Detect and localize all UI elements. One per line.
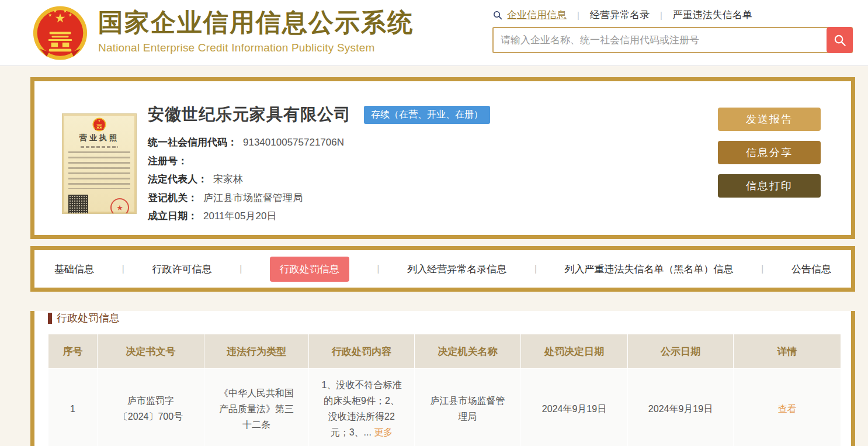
tab-divider: | — [761, 263, 763, 275]
app-header: 国家企业信用信息公示系统 National Enterprise Credit … — [0, 0, 868, 66]
field-value: 宋家林 — [213, 172, 243, 186]
tab-divider: | — [121, 263, 124, 275]
field-label: 注册号： — [148, 154, 188, 168]
field-legal-representative: 法定代表人： 宋家林 — [148, 170, 490, 189]
print-info-button[interactable]: 信息打印 — [718, 174, 821, 198]
license-title: 营业执照 — [68, 133, 130, 143]
col-seq: 序号 — [48, 334, 97, 368]
link-serious-violation-list[interactable]: 严重违法失信名单 — [673, 8, 752, 22]
quick-links: 企业信用信息 | 经营异常名录 | 严重违法失信名单 — [492, 8, 853, 22]
section-header: 行政处罚信息 — [48, 311, 851, 325]
col-detail: 详情 — [734, 334, 841, 368]
field-credit-code: 统一社会信用代码： 91340100575721706N — [148, 133, 490, 152]
penalty-table: 序号 决定书文号 违法行为类型 行政处罚内容 决定机关名称 处罚决定日期 公示日… — [48, 334, 841, 446]
cell-publish-date: 2024年9月19日 — [628, 369, 733, 446]
license-text-lines — [68, 151, 130, 189]
site-title-cn: 国家企业信用信息公示系统 — [98, 6, 414, 40]
field-label: 成立日期： — [148, 209, 197, 223]
tab-administrative-penalty[interactable]: 行政处罚信息 — [270, 257, 349, 282]
field-label: 法定代表人： — [148, 172, 207, 186]
col-violation-type: 违法行为类型 — [204, 334, 308, 368]
field-label: 统一社会信用代码： — [148, 136, 237, 149]
table-header-row: 序号 决定书文号 违法行为类型 行政处罚内容 决定机关名称 处罚决定日期 公示日… — [48, 334, 841, 368]
national-emblem-icon — [92, 117, 106, 132]
more-link[interactable]: 更多 — [374, 427, 393, 437]
search-icon — [492, 10, 503, 20]
cell-doc-no: 庐市监罚字〔2024〕700号 — [98, 369, 204, 446]
company-info: 安徽世纪乐元家具有限公司 存续（在营、开业、在册） 统一社会信用代码： 9134… — [148, 103, 490, 226]
link-abnormal-operations-directory[interactable]: 经营异常名录 — [590, 8, 650, 22]
tab-abnormal-operations[interactable]: 列入经营异常名录信息 — [407, 262, 506, 276]
section-title: 行政处罚信息 — [57, 311, 120, 325]
send-report-button[interactable]: 发送报告 — [718, 108, 821, 131]
field-label: 登记机关： — [148, 191, 197, 205]
search-box — [492, 27, 853, 53]
tab-administrative-license[interactable]: 行政许可信息 — [152, 262, 211, 276]
col-authority: 决定机关名称 — [415, 334, 520, 368]
action-buttons: 发送报告 信息分享 信息打印 — [718, 108, 821, 198]
header-search-area: 企业信用信息 | 经营异常名录 | 严重违法失信名单 — [492, 8, 853, 53]
tab-divider: | — [239, 263, 242, 275]
tab-announcements[interactable]: 公告信息 — [791, 262, 831, 276]
site-titles: 国家企业信用信息公示系统 National Enterprise Credit … — [98, 6, 414, 54]
penalty-content-card: 行政处罚信息 序号 决定书文号 违法行为类型 行政处罚内容 决定机关名称 处罚决… — [30, 311, 855, 446]
company-name: 安徽世纪乐元家具有限公司 — [148, 103, 351, 126]
tab-serious-violation-blacklist[interactable]: 列入严重违法失信名单（黑名单）信息 — [565, 262, 734, 276]
license-bottom: ★ — [68, 191, 130, 214]
field-value: 2011年05月20日 — [203, 209, 276, 223]
field-registration-authority: 登记机关： 庐江县市场监督管理局 — [148, 189, 490, 208]
site-title-en: National Enterprise Credit Information P… — [98, 42, 414, 54]
col-publish-date: 公示日期 — [628, 334, 733, 368]
field-value: 庐江县市场监督管理局 — [203, 191, 303, 205]
company-summary-card: 营业执照 ★ 安徽世纪乐元家具有限公司 存续（在营、开业、在册） 统一社会信用代… — [30, 77, 855, 239]
col-penalty-content: 行政处罚内容 — [309, 334, 414, 368]
search-icon — [833, 33, 847, 47]
section-title-bar — [48, 313, 52, 324]
red-seal: ★ — [110, 198, 129, 214]
tab-bar: 基础信息 | 行政许可信息 | 行政处罚信息 | 列入经营异常名录信息 | 列入… — [34, 250, 851, 288]
view-detail-link[interactable]: 查看 — [778, 404, 797, 414]
search-input[interactable] — [494, 28, 852, 52]
field-establishment-date: 成立日期： 2011年05月20日 — [148, 207, 490, 226]
cell-violation-type: 《中华人民共和国产品质量法》第三十二条 — [204, 369, 308, 446]
share-info-button[interactable]: 信息分享 — [718, 141, 821, 164]
qr-code — [68, 195, 88, 214]
cell-decision-date: 2024年9月19日 — [521, 369, 627, 446]
license-subtitle-line — [81, 146, 118, 148]
tab-divider: | — [534, 263, 537, 275]
cell-detail: 查看 — [734, 369, 841, 446]
search-button[interactable] — [827, 27, 853, 53]
table-row: 1 庐市监罚字〔2024〕700号 《中华人民共和国产品质量法》第三十二条 1、… — [48, 369, 841, 446]
tab-divider: | — [377, 263, 379, 275]
cell-seq: 1 — [48, 369, 97, 446]
tab-basic-info[interactable]: 基础信息 — [54, 262, 94, 276]
cell-penalty-content: 1、没收不符合标准的床头柜9件；2、没收违法所得22元；3、... 更多 — [309, 369, 414, 446]
business-license-thumbnail: 营业执照 ★ — [62, 113, 137, 214]
company-fields: 统一社会信用代码： 91340100575721706N 注册号： 法定代表人：… — [148, 133, 490, 226]
national-emblem-logo — [32, 5, 88, 61]
col-decision-date: 处罚决定日期 — [521, 334, 627, 368]
tabs-card: 基础信息 | 行政许可信息 | 行政处罚信息 | 列入经营异常名录信息 | 列入… — [30, 246, 855, 292]
link-divider: | — [577, 10, 579, 20]
link-divider: | — [660, 10, 662, 20]
link-enterprise-credit-info[interactable]: 企业信用信息 — [507, 8, 567, 22]
col-doc-no: 决定书文号 — [98, 334, 204, 368]
field-registration-no: 注册号： — [148, 152, 490, 171]
status-badge: 存续（在营、开业、在册） — [364, 106, 490, 124]
cell-authority: 庐江县市场监督管理局 — [415, 369, 520, 446]
field-value: 91340100575721706N — [243, 137, 344, 148]
